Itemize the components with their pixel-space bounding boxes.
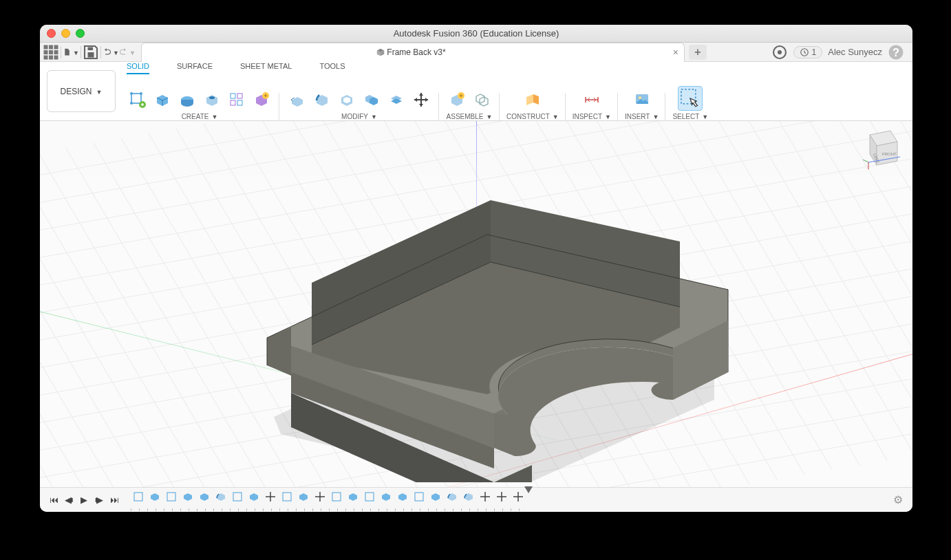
history-extrude-icon[interactable] xyxy=(296,489,311,504)
svg-rect-25 xyxy=(237,94,242,98)
svg-point-17 xyxy=(130,92,133,95)
history-extrude-icon[interactable] xyxy=(246,489,261,504)
offset-face-button[interactable] xyxy=(385,89,407,111)
history-move-icon[interactable] xyxy=(263,489,278,504)
shell-button[interactable] xyxy=(336,89,358,111)
save-button[interactable] xyxy=(83,44,99,61)
window-controls xyxy=(47,29,85,38)
close-tab-button[interactable]: × xyxy=(673,47,678,58)
svg-point-23 xyxy=(209,96,215,99)
ribbon: DESIGN▼ SOLID SURFACE SHEET METAL TOOLS xyxy=(40,62,912,121)
data-panel-button[interactable] xyxy=(43,44,59,61)
ribbon-groups: CREATE▼ xyxy=(122,74,912,120)
svg-rect-27 xyxy=(237,100,242,105)
view-cube[interactable]: LEFT FRONT xyxy=(855,125,903,173)
close-window-button[interactable] xyxy=(47,29,56,38)
group-label-insert: INSERT xyxy=(625,113,650,120)
timeline-prev-button[interactable]: ◀▮ xyxy=(62,493,76,507)
pattern-button[interactable] xyxy=(226,89,248,111)
move-copy-button[interactable] xyxy=(410,89,432,111)
history-sketch-icon[interactable] xyxy=(329,489,344,504)
svg-rect-26 xyxy=(231,100,235,105)
joint-button[interactable] xyxy=(471,89,493,111)
history-extrude-icon[interactable] xyxy=(180,489,195,504)
svg-rect-6 xyxy=(44,55,48,59)
history-sketch-icon[interactable] xyxy=(412,489,427,504)
history-move-icon[interactable] xyxy=(478,489,493,504)
svg-rect-8 xyxy=(54,55,58,59)
model-body[interactable] xyxy=(219,152,742,482)
history-move-icon[interactable] xyxy=(511,489,526,504)
fillet-button[interactable] xyxy=(311,89,333,111)
create-sketch-button[interactable] xyxy=(127,89,149,111)
zoom-window-button[interactable] xyxy=(76,29,85,38)
ribbon-tab-solid[interactable]: SOLID xyxy=(127,62,149,74)
extensions-button[interactable] xyxy=(771,44,788,61)
ribbon-tab-surface[interactable]: SURFACE xyxy=(177,62,213,74)
history-extrude-icon[interactable] xyxy=(378,489,394,504)
undo-button[interactable]: ▼ xyxy=(103,44,119,61)
history-move-icon[interactable] xyxy=(494,489,509,504)
job-status-pill[interactable]: 1 xyxy=(793,46,823,58)
svg-rect-36 xyxy=(283,493,291,501)
viewport-3d[interactable]: LEFT FRONT xyxy=(40,121,912,487)
svg-rect-24 xyxy=(231,94,235,98)
new-tab-button[interactable]: + xyxy=(689,45,707,60)
history-sketch-icon[interactable] xyxy=(279,489,295,504)
timeline-play-button[interactable]: ▶ xyxy=(77,493,91,507)
history-move-icon[interactable] xyxy=(312,489,328,504)
timeline-bar: ⏮ ◀▮ ▶ ▮▶ ⏭ xyxy=(40,487,912,512)
group-modify: MODIFY▼ xyxy=(282,89,436,120)
user-name[interactable]: Alec Sunyecz xyxy=(828,47,882,57)
hole-button[interactable] xyxy=(201,89,223,111)
svg-rect-37 xyxy=(332,493,341,501)
svg-rect-1 xyxy=(49,45,53,49)
history-sketch-icon[interactable] xyxy=(230,489,245,504)
measure-button[interactable] xyxy=(581,89,603,111)
ribbon-tabs: SOLID SURFACE SHEET METAL TOOLS xyxy=(122,62,912,74)
history-sketch-icon[interactable] xyxy=(362,489,377,504)
group-label-assemble: ASSEMBLE xyxy=(447,113,484,120)
svg-rect-0 xyxy=(44,45,48,49)
timeline-settings-button[interactable]: ⚙ xyxy=(893,493,903,506)
group-label-construct: CONSTRUCT xyxy=(506,113,550,120)
workspace-switcher[interactable]: DESIGN▼ xyxy=(47,70,116,112)
ribbon-tab-sheet-metal[interactable]: SHEET METAL xyxy=(240,62,292,74)
minimize-window-button[interactable] xyxy=(61,29,70,38)
create-form-button[interactable] xyxy=(250,89,273,111)
history-fillet-icon[interactable] xyxy=(445,489,460,504)
history-extrude-icon[interactable] xyxy=(395,489,410,504)
history-extrude-icon[interactable] xyxy=(428,489,443,504)
timeline-next-button[interactable]: ▮▶ xyxy=(92,493,106,507)
help-button[interactable]: ? xyxy=(888,44,904,61)
file-menu-button[interactable]: ▼ xyxy=(63,44,79,61)
file-tab-label: Frame Back v3* xyxy=(387,47,445,57)
file-tab[interactable]: Frame Back v3* × xyxy=(141,43,685,62)
construct-plane-button[interactable] xyxy=(522,89,544,111)
timeline-last-button[interactable]: ⏭ xyxy=(107,493,121,507)
history-fillet-icon[interactable] xyxy=(213,489,228,504)
history-extrude-icon[interactable] xyxy=(197,489,212,504)
press-pull-button[interactable] xyxy=(286,89,308,111)
history-sketch-icon[interactable] xyxy=(131,489,146,504)
history-sketch-icon[interactable] xyxy=(164,489,179,504)
group-label-modify: MODIFY xyxy=(341,113,368,120)
select-tool-button[interactable] xyxy=(678,86,703,111)
job-count: 1 xyxy=(812,47,817,57)
insert-decal-button[interactable] xyxy=(631,89,653,111)
svg-rect-38 xyxy=(365,493,374,501)
redo-button[interactable]: ▼ xyxy=(119,44,136,61)
history-fillet-icon[interactable] xyxy=(461,489,476,504)
new-component-button[interactable] xyxy=(446,89,468,111)
group-create: CREATE▼ xyxy=(122,89,277,120)
history-extrude-icon[interactable] xyxy=(147,489,162,504)
timeline-first-button[interactable]: ⏮ xyxy=(47,493,61,507)
revolve-button[interactable] xyxy=(176,89,198,111)
extrude-button[interactable] xyxy=(151,89,173,111)
viewcube-front-label: FRONT xyxy=(882,152,897,156)
timeline-playhead[interactable] xyxy=(524,486,533,493)
ribbon-tab-tools[interactable]: TOOLS xyxy=(319,62,345,74)
history-extrude-icon[interactable] xyxy=(345,489,361,504)
svg-rect-2 xyxy=(54,45,58,49)
combine-button[interactable] xyxy=(361,89,383,111)
